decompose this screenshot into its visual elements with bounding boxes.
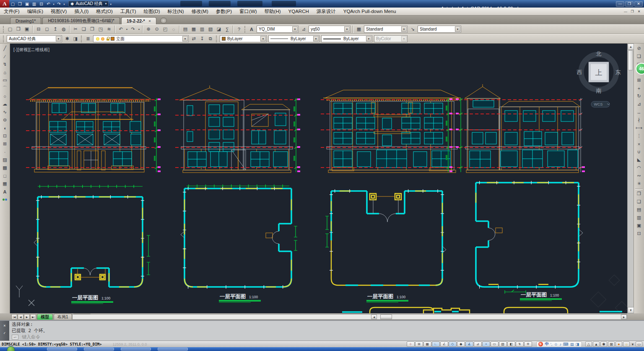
ducs-toggle[interactable]: ⊿ [474, 341, 482, 347]
sheetset-manager-icon[interactable]: ▧ [206, 25, 215, 33]
mleader-style-icon[interactable]: ↘ [408, 25, 417, 33]
layer-on-icon[interactable] [96, 37, 99, 41]
menu-edit[interactable]: 编辑(E) [23, 8, 47, 15]
scroll-left-icon[interactable]: ◀ [371, 315, 377, 319]
sogou-logo-icon[interactable]: S [538, 342, 543, 346]
viewport-controls-label[interactable]: [-][俯视][二维线框] [13, 47, 50, 53]
chamfer-icon[interactable]: ◣ [635, 156, 644, 164]
ime-keyboard-icon[interactable]: ⌨ [563, 342, 569, 346]
menu-view[interactable]: 视图(V) [47, 8, 70, 15]
annotation-visibility-icon[interactable]: ▲ [593, 341, 600, 347]
performance-icon[interactable]: ● [615, 341, 622, 347]
tool-palettes-icon[interactable]: ▥ [198, 25, 206, 33]
break-point-icon[interactable]: ⋮ [635, 132, 644, 140]
text-to-front-icon[interactable]: ▣ [635, 222, 644, 230]
layer-lock-icon[interactable] [106, 39, 109, 41]
scroll-up-icon[interactable]: ▲ [628, 44, 634, 50]
ime-punctuation-icon[interactable]: ’, [551, 342, 553, 346]
snap-toggle[interactable]: ⊞ [415, 341, 423, 347]
status-menu-icon[interactable]: ▾ [631, 341, 635, 347]
redo-dropdown-icon[interactable]: ▾ [62, 1, 66, 7]
open-icon[interactable]: ❒ [16, 1, 23, 7]
ortho-toggle[interactable]: ∟ [432, 341, 440, 347]
stretch-icon[interactable]: ↔ [635, 108, 644, 116]
viewcube-west-label[interactable]: 西 [577, 69, 582, 75]
autocad-logo-icon[interactable]: A [0, 0, 9, 8]
model-tab[interactable]: 模型 [37, 314, 53, 320]
ime-toolbar[interactable]: S 中 ’, ☺ ♪ ⌨ ▤ ◨ [536, 341, 582, 347]
rectangle-icon[interactable]: ▭ [0, 76, 9, 84]
ellipse-arc-icon[interactable]: ◖ [0, 124, 9, 132]
bring-to-front-icon[interactable]: ❐ [635, 190, 644, 198]
viewcube-south-label[interactable]: 南 [596, 88, 602, 94]
otrack-toggle[interactable]: ∡ [465, 341, 473, 347]
save-icon[interactable]: ▣ [23, 1, 31, 7]
menu-file[interactable]: 文件(F) [0, 8, 23, 15]
redo-icon[interactable]: ↷ [55, 1, 62, 7]
taskbar-app-button[interactable] [84, 348, 114, 351]
new-icon[interactable]: ▢ [6, 25, 14, 33]
zoom-previous-icon[interactable]: ◌ [169, 25, 178, 33]
restore-button[interactable]: ❐ [625, 1, 634, 7]
send-under-icon[interactable]: ▥ [635, 214, 644, 222]
insert-block-icon[interactable]: ⊡ [0, 132, 9, 140]
layer-properties-icon[interactable]: ≣ [84, 35, 92, 43]
menu-yqarch[interactable]: YQARCH [285, 8, 313, 15]
tab-close-icon[interactable]: ✕ [148, 19, 151, 23]
file-tab-drawing1[interactable]: Drawing1* [10, 17, 41, 24]
quickcalc-icon[interactable]: ∑ [223, 25, 231, 33]
transparency-toggle[interactable]: ▧ [499, 341, 507, 347]
gradient-icon[interactable]: ▩ [0, 164, 9, 172]
command-input[interactable]: ▸▾ 键入命令 [0, 333, 644, 341]
workspace-switcher[interactable]: ✱ AutoCAD 经典 ▾ [68, 1, 109, 7]
redo-icon[interactable]: ↷ [129, 25, 137, 33]
move-icon[interactable]: + [635, 84, 644, 92]
viewcube-north-label[interactable]: 北 [596, 51, 602, 57]
quick-properties-toggle[interactable]: ◧ [507, 341, 515, 347]
menu-insert[interactable]: 插入(I) [70, 8, 92, 15]
annotation-monitor-toggle[interactable]: ✛ [524, 341, 532, 347]
saveas-icon[interactable]: ▥ [31, 1, 38, 7]
grid-toggle[interactable]: ▦ [423, 341, 431, 347]
mleader-style-combo[interactable]: Standard▼ [418, 26, 461, 33]
point-style-icon[interactable] [0, 196, 9, 204]
scroll-right-icon[interactable]: ▶ [621, 315, 627, 319]
layer-previous-icon[interactable]: ↧ [198, 35, 206, 43]
plot-preview-icon[interactable]: ◻ [43, 25, 51, 33]
undo-dropdown-icon[interactable]: ▾ [52, 1, 55, 7]
qat-dropdown-icon[interactable]: ▾ [109, 1, 113, 7]
text-style-combo[interactable]: YQ_DIM▼ [257, 26, 299, 33]
toolbar-grip[interactable] [3, 36, 5, 42]
tab-first-icon[interactable]: |◀ [11, 314, 17, 320]
annotation-scale-icon[interactable]: △ [585, 341, 592, 347]
workspace-gear-icon[interactable]: ✱ [600, 341, 607, 347]
isolate-objects-icon[interactable]: ☼ [623, 341, 630, 347]
make-layer-current-icon[interactable]: ⇄ [190, 35, 198, 43]
help-icon[interactable]: ? [235, 25, 243, 33]
toolbar-grip[interactable] [81, 36, 83, 42]
extend-icon[interactable]: ⟼ [635, 124, 644, 132]
circle-icon[interactable]: ○ [0, 92, 9, 100]
make-block-icon[interactable]: ⊞ [0, 140, 9, 148]
point-icon[interactable]: · [0, 148, 9, 156]
tab-next-icon[interactable]: ▶ [24, 314, 30, 320]
menu-yqarch-pulldown[interactable]: YQArch Pull-down Menu [340, 8, 400, 15]
toolbar-grip[interactable] [3, 26, 5, 33]
dim-style-icon[interactable]: ⊿ [299, 25, 308, 33]
mdi-minimize-icon[interactable]: — [622, 9, 629, 14]
paste-special-icon[interactable]: ◳ [96, 25, 105, 33]
construction-line-icon[interactable]: ∕ [0, 52, 9, 60]
undo-icon[interactable]: ↶ [45, 1, 52, 7]
copy-clip-icon[interactable]: ❏ [80, 25, 88, 33]
scale-icon[interactable]: ⊿ [635, 100, 644, 108]
explode-icon[interactable]: ✳ [635, 180, 644, 188]
erase-icon[interactable]: ⊘ [635, 44, 644, 52]
viewcube-top-label[interactable]: 上 [595, 69, 602, 77]
file-tab-hd190816[interactable]: HD190816-169特色景墙(1~6#箱)* [42, 17, 119, 24]
hatch-icon[interactable]: ▨ [0, 156, 9, 164]
taskbar-app-button[interactable] [47, 348, 77, 351]
lineweight-combo[interactable]: ByLayer▼ [321, 35, 372, 42]
viewcube[interactable]: 上 北 南 西 东 WCS [577, 51, 621, 107]
zoom-realtime-icon[interactable]: ⊙ [153, 25, 161, 33]
toolbar-grip[interactable] [216, 36, 218, 42]
